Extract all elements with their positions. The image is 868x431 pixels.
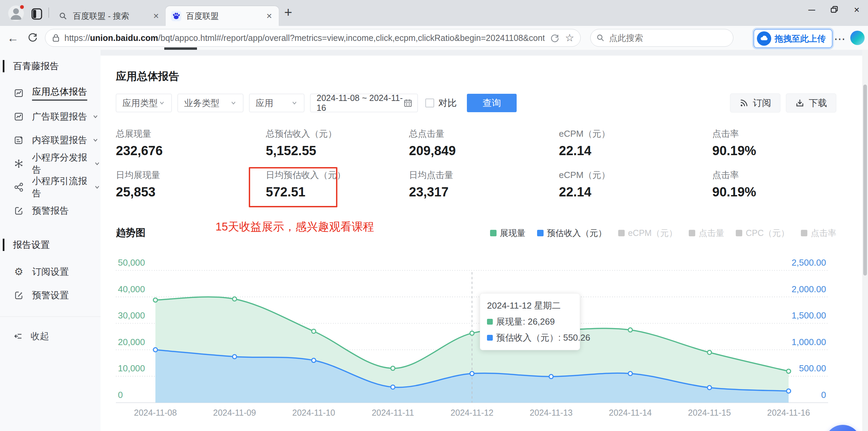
- upload-badge-label: 拖拽至此上传: [775, 33, 826, 44]
- back-button[interactable]: ←: [5, 31, 20, 45]
- date-range-picker[interactable]: 2024-11-08 ~ 2024-11-16: [310, 94, 418, 112]
- tab-close-icon[interactable]: ×: [265, 11, 273, 21]
- legend-item-cpc[interactable]: CPC（元）: [736, 227, 789, 239]
- favorite-star-icon[interactable]: ☆: [565, 33, 574, 43]
- sidebar-item-label: 广告联盟报告: [32, 110, 87, 123]
- stat-daily-ctr: 点击率 90.19%: [712, 169, 862, 199]
- legend-label: 预估收入（元）: [547, 227, 607, 239]
- svg-text:40,000: 40,000: [118, 284, 145, 294]
- stats-row-daily: 日均展现量 25,853 日均预估收入（元） 572.51 日均点击量 23,3…: [116, 169, 862, 199]
- sidebar-item-alert-report[interactable]: 预警报告: [0, 199, 101, 222]
- stat-value: 232,676: [116, 144, 266, 158]
- stat-total-impressions: 总展现量 232,676: [116, 128, 266, 158]
- sidebar-item-alert-settings[interactable]: 预警设置: [0, 283, 101, 307]
- query-button[interactable]: 查询: [467, 94, 517, 112]
- bookmark-pen-icon: [13, 206, 25, 216]
- legend-item-impressions[interactable]: 展现量: [490, 227, 526, 239]
- copilot-icon[interactable]: [850, 31, 865, 45]
- window-minimize-button[interactable]: ─: [801, 0, 823, 20]
- business-type-select[interactable]: 业务类型: [178, 94, 243, 112]
- sidebar-item-label: 订阅设置: [32, 266, 69, 278]
- browser-tab-strip: 百度联盟 - 搜索 × 百度联盟 × + ─ ×: [0, 0, 868, 26]
- window-restore-button[interactable]: [823, 0, 846, 20]
- sidebar-item-subscribe-settings[interactable]: ⚙ 订阅设置: [0, 260, 101, 283]
- tooltip-swatch: [487, 335, 493, 341]
- svg-text:30,000: 30,000: [118, 310, 145, 321]
- sidebar-item-miniapp-traffic-report[interactable]: 小程序引流报告: [0, 175, 101, 199]
- sidebar-item-miniapp-distribution-report[interactable]: 小程序分发报告: [0, 152, 101, 175]
- stat-ecpm: eCPM（元） 22.14: [559, 128, 712, 158]
- stat-total-revenue: 总预估收入（元） 5,152.55: [266, 128, 409, 158]
- legend-item-ecpm[interactable]: eCPM（元）: [618, 227, 677, 239]
- new-tab-button[interactable]: +: [284, 5, 292, 19]
- tracking-prevention-icon[interactable]: [550, 33, 560, 43]
- chevron-down-icon: [92, 137, 99, 144]
- trend-chart[interactable]: 0010,000500.0020,0001,000.0030,0001,500.…: [116, 240, 828, 424]
- svg-text:2024-11-13: 2024-11-13: [530, 408, 573, 417]
- app-select[interactable]: 应用: [249, 94, 304, 112]
- legend-label: 展现量: [500, 227, 526, 239]
- subscribe-button[interactable]: 订阅: [730, 93, 780, 113]
- tooltip-text: 展现量: 26,269: [496, 316, 555, 328]
- scrollbar-thumb[interactable]: [863, 85, 867, 276]
- sidebar-section-reports: 百青藤报告: [0, 59, 101, 73]
- svg-text:2,000.00: 2,000.00: [792, 284, 826, 294]
- search-input[interactable]: [609, 33, 711, 43]
- app-type-select[interactable]: 应用类型: [116, 94, 172, 112]
- browser-search-box[interactable]: [590, 29, 733, 47]
- legend-item-ctr[interactable]: 点击率: [801, 227, 836, 239]
- sidebar-collapse-button[interactable]: 收起: [0, 324, 101, 348]
- stat-label: 日均点击量: [409, 169, 559, 181]
- lock-icon: [51, 33, 60, 43]
- tab-close-icon[interactable]: ×: [152, 11, 160, 21]
- stat-value: 90.19%: [712, 185, 862, 199]
- rss-icon: [739, 98, 749, 108]
- browser-toolbar: ← https://union.baidu.com/bqt/appco.html…: [0, 26, 868, 50]
- sidebar-item-content-union-report[interactable]: 内容联盟报告: [0, 128, 101, 152]
- main-content: 应用总体报告 应用类型 业务类型 应用 2024-11-08 ~ 2024-11…: [101, 56, 862, 431]
- tab-title: 百度联盟: [186, 11, 265, 21]
- svg-text:0: 0: [821, 390, 826, 400]
- sidebar-item-label: 小程序分发报告: [32, 151, 89, 176]
- svg-text:2024-11-12: 2024-11-12: [451, 408, 493, 417]
- browser-menu-button[interactable]: ⋯: [834, 32, 846, 46]
- section-label: 报告设置: [13, 239, 50, 251]
- tab-baidu-search[interactable]: 百度联盟 - 搜索 ×: [52, 6, 166, 26]
- address-bar[interactable]: https://union.baidu.com/bqt/appco.html#/…: [45, 29, 581, 47]
- netdisk-upload-badge[interactable]: 拖拽至此上传: [753, 29, 833, 48]
- tab-baidu-union[interactable]: 百度联盟 ×: [166, 6, 279, 26]
- stat-label: eCPM（元）: [559, 128, 712, 139]
- page-title: 应用总体报告: [101, 56, 862, 84]
- stat-value: 22.14: [559, 144, 712, 158]
- workspaces-button[interactable]: [31, 8, 42, 20]
- subscribe-label: 订阅: [753, 97, 771, 109]
- stat-label: 日均预估收入（元）: [266, 169, 409, 181]
- tooltip-row: 预估收入（元）: 550.26: [487, 332, 573, 344]
- sidebar-section-settings: 报告设置: [0, 238, 101, 252]
- sidebar-item-app-overall-report[interactable]: 应用总体报告: [0, 81, 101, 105]
- refresh-button[interactable]: [25, 32, 40, 43]
- legend-item-clicks[interactable]: 点击量: [689, 227, 724, 239]
- sidebar-item-ad-union-report[interactable]: 广告联盟报告: [0, 105, 101, 128]
- contrast-checkbox[interactable]: [425, 99, 434, 107]
- stat-label: eCPM（元）: [559, 169, 712, 181]
- svg-text:1,000.00: 1,000.00: [792, 337, 826, 347]
- gear-icon: ⚙: [13, 267, 25, 277]
- stat-daily-impressions: 日均展现量 25,853: [116, 169, 266, 199]
- window-close-button[interactable]: ×: [846, 0, 868, 20]
- svg-text:2024-11-08: 2024-11-08: [134, 408, 177, 417]
- select-value: 业务类型: [184, 97, 230, 109]
- chevron-down-icon: [94, 160, 101, 167]
- stat-value: 90.19%: [712, 144, 862, 158]
- stat-value: 22.14: [559, 185, 712, 199]
- loading-indicator: [164, 47, 197, 50]
- download-button[interactable]: 下载: [786, 93, 836, 113]
- stat-label: 点击率: [712, 128, 862, 139]
- legend-item-revenue[interactable]: 预估收入（元）: [537, 227, 607, 239]
- browser-profile-button[interactable]: [8, 5, 24, 21]
- legend-label: 点击率: [811, 227, 836, 239]
- chart-tooltip: 2024-11-12 星期二 展现量: 26,269 预估收入（元）: 550.…: [480, 293, 580, 350]
- report-chart-icon: [13, 112, 25, 122]
- section-marker: [3, 60, 4, 72]
- legend-swatch: [801, 230, 807, 236]
